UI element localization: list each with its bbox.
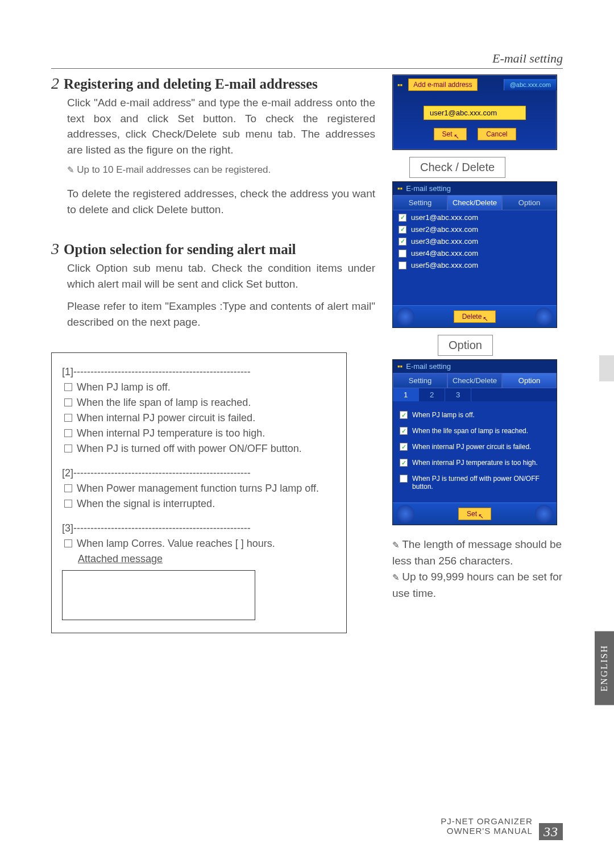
cursor-icon: ↖: [454, 132, 459, 140]
email-input[interactable]: user1@abc.xxx.com: [424, 106, 526, 120]
add-email-button[interactable]: Add e-mail address: [408, 78, 477, 91]
panel-title: E-mail setting: [406, 184, 451, 193]
cursor-icon: ↖: [478, 512, 484, 520]
cursor-icon: ↖: [483, 315, 488, 323]
group-1-head: [1]-------------------------------------…: [62, 364, 336, 380]
panel-title: E-mail setting: [406, 362, 451, 371]
option-row[interactable]: ✓When the life span of lamp is reached.: [397, 423, 552, 439]
option-caption: Option: [438, 335, 493, 356]
tab-setting[interactable]: Setting: [393, 195, 447, 210]
checkdelete-caption: Check / Delete: [409, 157, 505, 178]
checkbox-icon[interactable]: ✓: [399, 226, 406, 234]
checkbox-icon[interactable]: [399, 250, 406, 258]
checkbox-icon[interactable]: ✓: [400, 459, 408, 467]
user-email: user3@abc.xxx.com: [411, 237, 478, 246]
user-email: user1@abc.xxx.com: [411, 213, 478, 222]
section-3-p2: Please refer to item "Examples :Type and…: [67, 298, 375, 330]
section-2-num: 2: [51, 74, 59, 93]
attached-message-box[interactable]: [62, 570, 255, 620]
section-header: E-mail setting: [51, 51, 563, 69]
language-tab: ENGLISH: [595, 631, 614, 705]
page-footer: PJ-NET ORGANIZEROWNER'S MANUAL 33: [441, 816, 563, 840]
option-row[interactable]: When PJ is turned off with power ON/OFF …: [397, 471, 552, 495]
tab-option[interactable]: Option: [502, 195, 557, 210]
delete-button[interactable]: Delete↖: [454, 310, 496, 323]
cancel-button[interactable]: Cancel: [478, 128, 516, 140]
option-row[interactable]: ✓When internal PJ temperature is too hig…: [397, 455, 552, 471]
nav-left-icon[interactable]: [396, 505, 414, 523]
set-button[interactable]: Set↖: [458, 508, 491, 520]
condition-item: When the signal is interrupted.: [64, 496, 336, 512]
condition-item: When internal PJ power circuit is failed…: [64, 410, 336, 426]
section-3-num: 3: [51, 240, 59, 258]
nav-right-icon[interactable]: [535, 308, 553, 326]
option-row[interactable]: ✓When PJ lamp is off.: [397, 407, 552, 423]
tab-checkdelete[interactable]: Check/Delete: [447, 195, 502, 210]
tab-option[interactable]: Option: [502, 373, 557, 388]
panel-dots-icon: ▪▪: [397, 184, 403, 193]
checkbox-icon[interactable]: ✓: [400, 443, 408, 451]
section-2-p1: Click "Add e-mail address" and type the …: [67, 95, 375, 157]
condition-box: [1]-------------------------------------…: [51, 352, 347, 633]
user-email: user4@abc.xxx.com: [411, 249, 478, 258]
set-button[interactable]: Set↖: [434, 128, 467, 140]
section-2-note: Up to 10 E-mail addresses can be registe…: [67, 164, 375, 176]
user-row[interactable]: ✓user1@abc.xxx.com: [393, 211, 557, 223]
condition-item: When PJ is turned off with power ON/OFF …: [64, 441, 336, 456]
add-email-panel: ▪▪ Add e-mail address @abc.xxx.com user1…: [392, 74, 557, 150]
attached-message-label: Attached message: [78, 551, 336, 567]
option-panel: ▪▪E-mail setting SettingCheck/DeleteOpti…: [392, 359, 557, 525]
nav-right-icon[interactable]: [535, 505, 553, 523]
section-3-head: Option selection for sending alert mail: [64, 242, 296, 258]
tab-checkdelete[interactable]: Check/Delete: [447, 373, 502, 388]
section-2-p2: To delete the registered addresses, chec…: [67, 186, 375, 217]
domain-label: @abc.xxx.com: [504, 79, 557, 90]
option-text: When internal PJ power circuit is failed…: [412, 443, 550, 451]
checkbox-icon[interactable]: [399, 261, 406, 269]
user-row[interactable]: ✓user3@abc.xxx.com: [393, 235, 557, 247]
option-text: When PJ lamp is off.: [412, 411, 550, 419]
footer-note-2: Up to 99,999 hours can be set for use ti…: [392, 569, 563, 601]
section-2-title: 2 Registering and deleting E-mail addres…: [51, 74, 375, 93]
user-row[interactable]: user4@abc.xxx.com: [393, 247, 557, 259]
numtab-1[interactable]: 1: [393, 388, 419, 401]
checkbox-icon[interactable]: ✓: [399, 214, 406, 222]
user-row[interactable]: user5@abc.xxx.com: [393, 259, 557, 271]
user-email: user2@abc.xxx.com: [411, 225, 478, 234]
side-marker: [599, 355, 614, 381]
option-text: When the life span of lamp is reached.: [412, 427, 550, 435]
condition-item: When PJ lamp is off.: [64, 380, 336, 395]
footer-note-1: The length of message should be less tha…: [392, 537, 563, 569]
panel-dots-icon: ▪▪: [397, 362, 403, 371]
checkbox-icon[interactable]: ✓: [400, 411, 408, 419]
condition-item: When internal PJ temperature is too high…: [64, 426, 336, 441]
option-text: When PJ is turned off with power ON/OFF …: [412, 475, 550, 491]
option-text: When internal PJ temperature is too high…: [412, 459, 550, 467]
group-3-head: [3]-------------------------------------…: [62, 521, 336, 536]
tab-setting[interactable]: Setting: [393, 373, 447, 388]
nav-left-icon[interactable]: [396, 308, 414, 326]
section-3-title: 3 Option selection for sending alert mai…: [51, 240, 375, 258]
numtab-3[interactable]: 3: [445, 388, 471, 401]
checkbox-icon[interactable]: [400, 475, 408, 483]
checkbox-icon[interactable]: ✓: [400, 427, 408, 435]
user-email: user5@abc.xxx.com: [411, 261, 478, 269]
option-row[interactable]: ✓When internal PJ power circuit is faile…: [397, 439, 552, 455]
group-3-item: When lamp Corres. Value reaches [ ] hour…: [64, 536, 336, 551]
section-2-head: Registering and deleting E-mail addresse…: [64, 76, 318, 92]
group-2-head: [2]-------------------------------------…: [62, 466, 336, 481]
checkdelete-panel: ▪▪E-mail setting SettingCheck/DeleteOpti…: [392, 181, 557, 328]
user-row[interactable]: ✓user2@abc.xxx.com: [393, 223, 557, 235]
condition-item: When the life span of lamp is reached.: [64, 395, 336, 410]
page-number: 33: [539, 823, 563, 840]
condition-item: When Power management function turns PJ …: [64, 481, 336, 496]
checkbox-icon[interactable]: ✓: [399, 238, 406, 246]
numtab-2[interactable]: 2: [419, 388, 445, 401]
section-3-p1: Click Option sub menu tab. Check the con…: [67, 260, 375, 292]
